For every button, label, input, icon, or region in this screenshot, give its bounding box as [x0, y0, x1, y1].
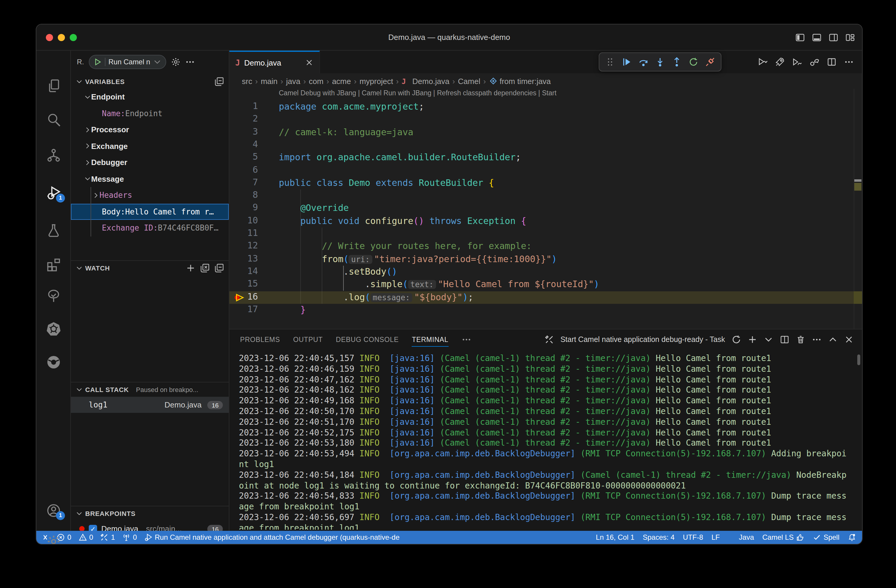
status-item-camel-ls[interactable]: Camel LS — [762, 533, 804, 542]
chevron-right-icon[interactable] — [84, 143, 91, 150]
more-icon[interactable] — [462, 335, 471, 344]
code-editor[interactable]: Camel Debug with JBang | Camel Run with … — [229, 89, 862, 329]
code-line-3[interactable]: 3// camel-k: language=java — [229, 126, 854, 139]
layout-sidebar-left[interactable] — [795, 33, 805, 42]
close-icon[interactable] — [305, 58, 313, 67]
grip-icon[interactable] — [605, 57, 615, 67]
code-line-8[interactable]: 8 — [229, 189, 854, 202]
breadcrumb-item[interactable]: myproject — [360, 76, 393, 85]
camel-debug-icon[interactable] — [810, 57, 819, 67]
continue-icon[interactable] — [622, 57, 631, 67]
breadcrumb-item[interactable]: src — [242, 76, 252, 85]
panel-tab-debug-console[interactable]: DEBUG CONSOLE — [336, 329, 399, 350]
call-stack-frame[interactable]: log1Demo.java16 — [71, 397, 229, 413]
breadcrumb-item[interactable]: main — [261, 76, 277, 85]
breadcrumb-item[interactable]: java — [286, 76, 300, 85]
panel-tab-terminal[interactable]: TERMINAL — [412, 329, 449, 350]
close-icon[interactable] — [844, 335, 854, 344]
more-icon[interactable] — [812, 335, 821, 344]
status-item-eol[interactable]: LF — [712, 533, 720, 542]
codelens-actions[interactable]: Camel Debug with JBang | Camel Run with … — [279, 89, 556, 96]
status-item-notifications[interactable] — [848, 533, 856, 542]
paused-breakpoint-icon[interactable] — [234, 293, 244, 302]
code-line-4[interactable]: 4 — [229, 139, 854, 152]
terminal-task-label[interactable]: Start Camel native application debug-rea… — [560, 335, 725, 344]
plus-icon[interactable] — [186, 263, 195, 273]
status-item-language-mode[interactable]: Java — [728, 533, 754, 542]
code-line-14[interactable]: 14 .setBody() — [229, 266, 854, 279]
activity-bar-item-openshift[interactable] — [37, 349, 71, 375]
step-over-icon[interactable] — [638, 57, 648, 67]
terminal-output[interactable]: 2023-12-06 22:40:45,157 INFO [java:16] (… — [239, 353, 850, 530]
status-item-cursor-position[interactable]: Ln 16, Col 1 — [596, 533, 634, 542]
breakpoint-checkbox[interactable]: ✓ — [89, 524, 97, 531]
code-line-2[interactable]: 2 — [229, 113, 854, 126]
layout-sidebar-right[interactable] — [829, 33, 838, 42]
step-out-icon[interactable] — [672, 57, 681, 67]
activity-bar-item-source-control[interactable] — [37, 142, 71, 169]
code-line-10[interactable]: 10 public void configure() throws Except… — [229, 215, 854, 228]
code-line-16[interactable]: 16 .log(message:"${body}"); — [229, 291, 854, 304]
rocket-icon[interactable] — [775, 57, 785, 67]
variable-row-body[interactable]: Body: Hello Camel from r… — [71, 203, 229, 220]
activity-bar-item-kubernetes[interactable] — [37, 316, 71, 342]
camel-run-icon[interactable] — [792, 57, 802, 67]
activity-bar-item-extensions[interactable] — [37, 251, 71, 277]
code-line-9[interactable]: 9 @Override — [229, 202, 854, 215]
collapse-all-icon[interactable] — [215, 263, 224, 273]
more-icon[interactable] — [844, 57, 854, 67]
breadcrumb-item[interactable]: com — [309, 76, 323, 85]
code-line-17[interactable]: 17 } — [229, 304, 854, 317]
activity-bar-item-accounts[interactable]: 1 — [37, 497, 71, 524]
activity-bar-item-testing[interactable] — [37, 218, 71, 244]
code-line-5[interactable]: 5import org.apache.camel.builder.RouteBu… — [229, 151, 854, 164]
watch-header[interactable]: WATCH — [71, 261, 229, 275]
code-line-1[interactable]: 1package com.acme.myproject; — [229, 101, 854, 113]
activity-bar-item-run-and-debug[interactable]: 1 — [37, 180, 71, 206]
variable-row-exchange[interactable]: Exchange — [71, 138, 229, 154]
code-line-11[interactable]: 11 — [229, 228, 854, 241]
activity-bar-item-manage[interactable] — [37, 529, 71, 544]
restart-icon[interactable] — [689, 57, 698, 67]
chevron-up-icon[interactable] — [828, 335, 838, 344]
breakpoint-row[interactable]: ✓Demo.javasrc/main...16 — [71, 521, 229, 531]
activity-bar-item-project-manager[interactable] — [37, 283, 71, 309]
status-item-warnings[interactable]: 0 — [78, 533, 93, 542]
panel-tab-problems[interactable]: PROBLEMS — [240, 329, 280, 350]
chevron-down-icon[interactable] — [84, 175, 91, 183]
variable-row-headers[interactable]: Headers — [71, 187, 229, 203]
chevron-right-icon[interactable] — [84, 159, 91, 166]
chevron-down-icon[interactable] — [84, 93, 91, 101]
split-editor-icon[interactable] — [827, 57, 837, 67]
variable-row-processor[interactable]: Processor — [71, 122, 229, 138]
code-line-12[interactable]: 12 // Write your routes here, for exampl… — [229, 241, 854, 253]
status-debug-message[interactable]: Run Camel native application and attach … — [144, 533, 400, 542]
status-item-ports[interactable]: 0 — [122, 533, 137, 542]
breadcrumb-item[interactable]: Camel — [458, 76, 480, 85]
activity-bar-item-explorer[interactable] — [37, 73, 71, 99]
disconnect-icon[interactable] — [706, 57, 715, 67]
trash-icon[interactable] — [796, 335, 805, 344]
gear-icon[interactable] — [171, 57, 180, 67]
split-editor-icon[interactable] — [780, 335, 789, 344]
launch-config-dropdown[interactable]: Run Camel n — [89, 55, 166, 69]
status-item-tasks[interactable]: 1 — [101, 533, 115, 542]
breakpoints-header[interactable]: BREAKPOINTS — [71, 506, 229, 521]
tab-demo-java[interactable]: J Demo.java — [229, 51, 320, 73]
status-item-spell-checker[interactable]: Spell — [813, 533, 840, 542]
code-line-13[interactable]: 13 from(uri:"timer:java?period={{time:10… — [229, 253, 854, 266]
code-line-7[interactable]: 7public class Demo extends RouteBuilder … — [229, 177, 854, 190]
variable-row-endpoint[interactable]: Endpoint — [71, 89, 229, 105]
restart-icon[interactable] — [731, 335, 741, 344]
layout-panel[interactable] — [812, 33, 821, 42]
run-chevron-icon[interactable] — [758, 57, 767, 67]
more-icon[interactable] — [185, 57, 195, 67]
chevron-right-icon[interactable] — [92, 192, 99, 199]
call-stack-header[interactable]: CALL STACK Paused on breakpo... — [71, 382, 229, 397]
step-into-icon[interactable] — [655, 57, 665, 67]
terminal-scrollbar[interactable] — [857, 355, 860, 365]
layout-grid[interactable] — [845, 33, 855, 42]
breadcrumb-item[interactable]: from timer:java — [489, 76, 551, 85]
variable-row-debugger[interactable]: Debugger — [71, 154, 229, 171]
plus-icon[interactable] — [748, 335, 757, 344]
